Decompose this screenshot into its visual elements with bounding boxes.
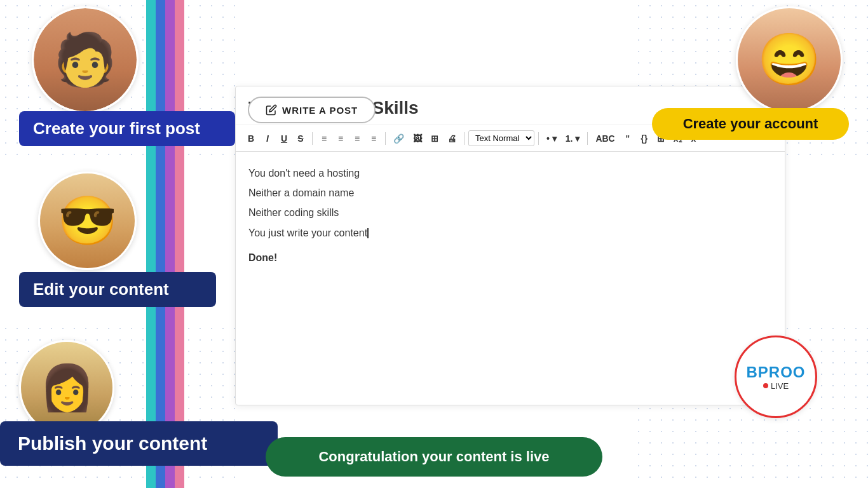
toolbar-divider-5	[587, 132, 588, 145]
bproo-live-label: LIVE	[763, 381, 789, 391]
edit-icon	[266, 104, 277, 116]
congratulation-badge: Congratulation your content is live	[266, 437, 602, 477]
quote-button[interactable]: "	[620, 131, 635, 146]
stripe-purple	[165, 0, 175, 488]
spell-check-button[interactable]: ABC	[592, 131, 618, 146]
align-center-button[interactable]: ≡	[333, 131, 348, 146]
bold-button[interactable]: B	[243, 131, 259, 146]
bullet-list-button[interactable]: • ▾	[543, 131, 560, 146]
text-style-select[interactable]: Text Normal Heading 1 Heading 2	[468, 130, 534, 146]
bproo-logo: BPROO LIVE	[735, 336, 817, 418]
create-account-badge[interactable]: Create your account	[652, 108, 849, 140]
bproo-name: BPROO	[746, 363, 805, 381]
italic-button[interactable]: I	[260, 131, 275, 146]
done-text: Done!	[248, 249, 772, 266]
create-post-label: Create your first post	[33, 119, 200, 138]
strikethrough-button[interactable]: S	[293, 131, 308, 146]
code-button[interactable]: {}	[637, 131, 652, 146]
ordered-list-button[interactable]: 1. ▾	[562, 131, 584, 146]
image-button[interactable]: 🖼	[409, 131, 426, 146]
congratulation-label: Congratulation your content is live	[318, 449, 549, 464]
publish-label: Publish your content	[18, 433, 207, 454]
content-line-2: Neither a domain name	[248, 184, 772, 201]
avatar-woman-right: 😄	[736, 6, 843, 113]
stripe-bar	[146, 0, 184, 488]
edit-content-badge: Edit your content	[19, 272, 216, 307]
cursor	[367, 228, 369, 238]
stripe-cyan	[146, 0, 156, 488]
link-button[interactable]: 🔗	[390, 131, 408, 146]
avatar-man: 🧑	[32, 6, 139, 113]
bproo-live-dot	[763, 383, 768, 388]
toolbar-divider-3	[464, 132, 465, 145]
stripe-pink	[175, 0, 184, 488]
toolbar-divider-2	[385, 132, 386, 145]
avatar-woman-sunglasses: 😎	[38, 172, 137, 270]
toolbar-divider-4	[538, 132, 539, 145]
stripe-blue	[156, 0, 165, 488]
table-button[interactable]: ⊞	[427, 131, 442, 146]
editor-body[interactable]: You don't need a hosting Neither a domai…	[236, 152, 785, 405]
align-left-button[interactable]: ≡	[316, 131, 332, 146]
content-line-4: You just write your content	[248, 224, 772, 241]
print-button[interactable]: 🖨	[444, 131, 460, 146]
create-account-label: Create your account	[683, 116, 818, 132]
underline-button[interactable]: U	[276, 131, 292, 146]
publish-content-badge: Publish your content	[0, 421, 278, 466]
align-justify-button[interactable]: ≡	[366, 131, 381, 146]
toolbar-divider-1	[312, 132, 313, 145]
create-first-post-badge: Create your first post	[19, 111, 235, 146]
align-right-button[interactable]: ≡	[349, 131, 365, 146]
write-post-button[interactable]: WRITE A POST	[248, 97, 376, 123]
write-post-label: WRITE A POST	[282, 105, 358, 116]
content-line-1: You don't need a hosting	[248, 165, 772, 182]
edit-content-label: Edit your content	[33, 280, 169, 299]
content-line-3: Neither coding skills	[248, 204, 772, 221]
